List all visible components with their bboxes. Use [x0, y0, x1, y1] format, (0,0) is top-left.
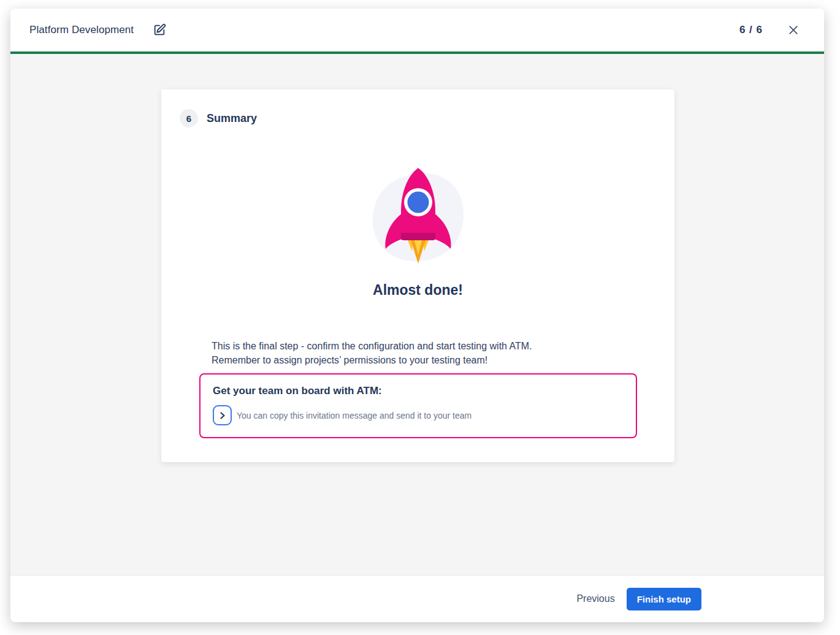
- finish-setup-button[interactable]: Finish setup: [627, 588, 701, 610]
- x-icon: [787, 24, 800, 36]
- dialog-footer: Previous Finish setup: [10, 575, 824, 622]
- summary-card: 6 Summary: [161, 89, 674, 462]
- previous-button[interactable]: Previous: [569, 588, 622, 609]
- invite-row: You can copy this invitation message and…: [213, 405, 624, 425]
- step-number-badge: 6: [180, 109, 198, 127]
- description-line-2: Remember to assign projects’ permissions…: [212, 353, 638, 367]
- invite-hint-text: You can copy this invitation message and…: [237, 411, 472, 420]
- almost-done-heading: Almost done!: [161, 282, 674, 298]
- step-counter: 6 / 6: [739, 24, 763, 36]
- wizard-body: 6 Summary: [10, 54, 824, 575]
- setup-wizard-dialog: Platform Development 6 / 6: [10, 9, 824, 622]
- step-header: 6 Summary: [161, 89, 674, 127]
- project-title: Platform Development: [29, 24, 134, 36]
- expand-invitation-button[interactable]: [213, 405, 232, 425]
- close-button[interactable]: [786, 23, 801, 37]
- step-title: Summary: [207, 112, 257, 125]
- illustration-wrap: [161, 164, 674, 267]
- chevron-right-icon: [219, 411, 226, 420]
- dialog-header: Platform Development 6 / 6: [10, 9, 824, 51]
- rocket-illustration: [357, 164, 479, 267]
- screen: Platform Development 6 / 6: [0, 0, 840, 635]
- team-invite-box: Get your team on board with ATM: You can…: [199, 373, 637, 438]
- edit-title-button[interactable]: [151, 22, 167, 38]
- pencil-square-icon: [153, 23, 166, 37]
- invite-box-title: Get your team on board with ATM:: [213, 385, 624, 397]
- final-step-description: This is the final step - confirm the con…: [212, 339, 638, 367]
- description-line-1: This is the final step - confirm the con…: [212, 339, 638, 353]
